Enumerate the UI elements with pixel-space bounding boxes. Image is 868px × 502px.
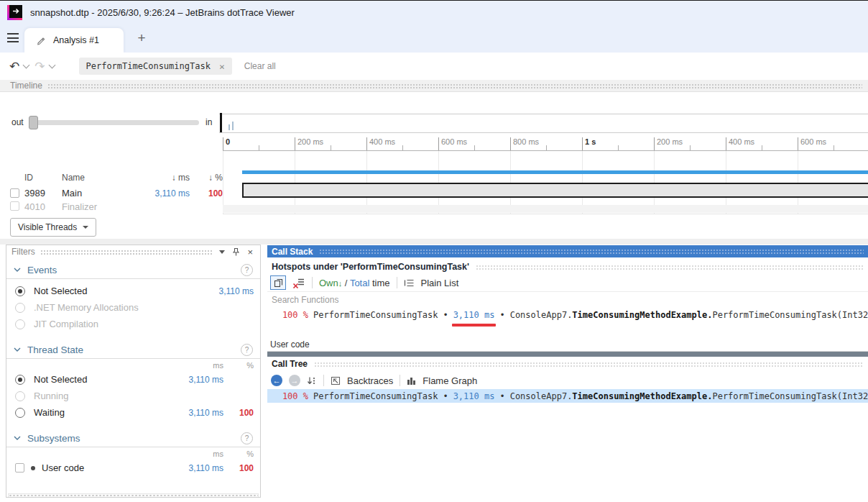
zoom-out-label: out bbox=[11, 117, 24, 127]
horizontal-splitter[interactable] bbox=[0, 239, 868, 245]
column-header-percent: % bbox=[223, 361, 254, 370]
filter-chip[interactable]: PerformTimeConsumingTask × bbox=[79, 58, 232, 75]
dotted-separator bbox=[314, 362, 864, 367]
hamburger-menu-icon[interactable] bbox=[7, 33, 19, 42]
ruler-minor-tick bbox=[474, 145, 475, 150]
redo-dropdown-chevron-icon[interactable] bbox=[48, 62, 55, 69]
code-segment-code: ConsoleApp7. bbox=[510, 310, 573, 320]
dottrace-viewer-window: snnapshot.dtp - 2025/6/30, 9:26:24 – Jet… bbox=[0, 0, 868, 502]
radio-button[interactable] bbox=[15, 286, 25, 296]
tab-analysis-1[interactable]: Analysis #1 bbox=[24, 28, 124, 53]
help-icon[interactable]: ? bbox=[241, 344, 253, 356]
scrollbar-hatch-strip[interactable] bbox=[8, 493, 259, 498]
filters-panel-header: Filters × bbox=[6, 245, 260, 258]
call-stack-title-bar: Call Stack bbox=[267, 245, 868, 257]
ruler-major-tick bbox=[582, 137, 583, 150]
plain-list-icon bbox=[404, 278, 415, 288]
user-code-label: User code bbox=[270, 339, 310, 350]
undo-dropdown-chevron-icon[interactable] bbox=[23, 62, 30, 69]
dotted-separator bbox=[40, 250, 213, 255]
column-header-id[interactable]: ID bbox=[24, 173, 62, 183]
hotspot-row[interactable]: 100 %PerformTimeConsumingTask•3,110 ms•C… bbox=[267, 308, 868, 322]
filter-chip-close-icon[interactable]: × bbox=[219, 61, 225, 72]
total-label: Total bbox=[350, 278, 369, 288]
thread-checkbox[interactable] bbox=[10, 201, 19, 211]
column-header-name[interactable]: Name bbox=[62, 173, 128, 183]
close-icon[interactable]: × bbox=[247, 247, 253, 257]
own-total-toggle[interactable]: Own↓ / Total time bbox=[319, 278, 390, 288]
thread-name: Finalizer bbox=[62, 201, 128, 212]
backtraces-button[interactable]: Backtraces bbox=[347, 375, 393, 386]
thread-time-ms: 3,110 ms bbox=[128, 188, 190, 198]
filter-item-ms: 3,110 ms bbox=[173, 286, 254, 296]
thread-row[interactable]: 3989Main3,110 ms100 bbox=[0, 185, 223, 201]
help-icon[interactable]: ? bbox=[241, 432, 253, 444]
filter-item-label: Not Selected bbox=[34, 374, 173, 385]
visible-threads-dropdown[interactable]: Visible Threads bbox=[10, 218, 96, 237]
window-title: snnapshot.dtp - 2025/6/30, 9:26:24 – Jet… bbox=[30, 7, 295, 18]
ruler-major-tick bbox=[510, 137, 511, 150]
ruler-major-tick bbox=[438, 137, 439, 150]
code-segment-pct: 100 % bbox=[278, 391, 308, 401]
navigate-back-button[interactable]: ← bbox=[271, 375, 282, 386]
zoom-in-slider-handle[interactable] bbox=[220, 113, 222, 132]
sort-options-icon[interactable] bbox=[307, 376, 317, 385]
dotted-separator bbox=[47, 83, 862, 88]
filter-item[interactable]: User code3,110 ms100 bbox=[6, 460, 260, 476]
thread-row[interactable]: 4010Finalizer bbox=[0, 201, 223, 213]
code-segment-code: PerformTimeConsumingTask bbox=[313, 310, 438, 320]
help-icon[interactable]: ? bbox=[241, 264, 253, 276]
code-segment-code: PerformTimeConsumingTask(Int32) bbox=[712, 310, 868, 320]
timeline-section-header: Timeline bbox=[0, 80, 868, 92]
flame-graph-button[interactable]: Flame Graph bbox=[423, 375, 477, 386]
code-segment-sep: • bbox=[443, 310, 448, 320]
radio-button[interactable] bbox=[15, 408, 25, 418]
undo-button[interactable]: ↶ bbox=[9, 60, 19, 73]
radio-button bbox=[15, 391, 25, 401]
code-segment-ms: 3,110 ms bbox=[453, 391, 495, 401]
collapse-recursion-button[interactable] bbox=[270, 275, 286, 290]
section-column-headers: ms% bbox=[6, 447, 260, 460]
filter-section-header-thread-state[interactable]: Thread State? bbox=[6, 341, 260, 359]
redo-button[interactable]: ↷ bbox=[34, 60, 45, 73]
clear-all-button[interactable]: Clear all bbox=[244, 61, 276, 71]
toolbar-separator bbox=[323, 375, 324, 386]
filters-title: Filters bbox=[11, 247, 35, 257]
add-tab-button[interactable]: + bbox=[134, 30, 149, 46]
thread-id: 4010 bbox=[24, 201, 62, 212]
code-segment-code: PerformTimeConsumingTask bbox=[313, 391, 438, 401]
column-header-ms[interactable]: ↓ ms bbox=[128, 173, 190, 183]
call-tree-selected-row[interactable]: 100 %PerformTimeConsumingTask•3,110 ms•C… bbox=[267, 389, 868, 403]
ruler-minor-tick bbox=[690, 145, 691, 150]
filter-item[interactable]: Not Selected3,110 ms bbox=[6, 371, 260, 388]
filter-item[interactable]: Waiting3,110 ms100 bbox=[6, 404, 260, 421]
checkbox[interactable] bbox=[15, 463, 24, 473]
radio-button[interactable] bbox=[15, 375, 25, 385]
thread-activity-bar bbox=[242, 170, 868, 174]
ruler-tick-label: 400 ms bbox=[729, 137, 754, 146]
filter-item-label: Waiting bbox=[34, 407, 173, 418]
zoom-out-slider-track[interactable] bbox=[29, 120, 199, 125]
filter-item-ms: 3,110 ms bbox=[173, 463, 223, 473]
panel-menu-icon[interactable] bbox=[219, 250, 225, 254]
filter-section-header-subsystems[interactable]: Subsystems? bbox=[6, 429, 260, 447]
filter-item: Running bbox=[6, 388, 260, 404]
navigate-forward-button[interactable]: → bbox=[289, 375, 300, 386]
pin-icon[interactable] bbox=[232, 247, 240, 257]
remove-folding-icon[interactable] bbox=[292, 278, 305, 288]
zoom-out-slider-handle[interactable] bbox=[29, 116, 38, 129]
filter-item-label: User code bbox=[42, 462, 173, 473]
ruler-tick-label: 400 ms bbox=[369, 137, 395, 146]
main-thread-selection-band[interactable] bbox=[242, 183, 868, 198]
search-functions-input[interactable]: Search Functions bbox=[267, 291, 868, 308]
column-header-percent[interactable]: ↓ % bbox=[190, 173, 223, 183]
filter-item[interactable]: Not Selected3,110 ms bbox=[6, 283, 260, 299]
thread-checkbox[interactable] bbox=[10, 188, 19, 198]
filter-item-label: JIT Compilation bbox=[34, 319, 173, 329]
pencil-icon bbox=[36, 35, 46, 45]
plain-list-button[interactable]: Plain List bbox=[421, 278, 459, 288]
zoom-in-slider-track[interactable] bbox=[219, 114, 868, 133]
code-segment-sep: • bbox=[499, 310, 504, 320]
filter-section-header-events[interactable]: Events? bbox=[6, 261, 260, 279]
panel-splitter[interactable] bbox=[267, 352, 868, 357]
